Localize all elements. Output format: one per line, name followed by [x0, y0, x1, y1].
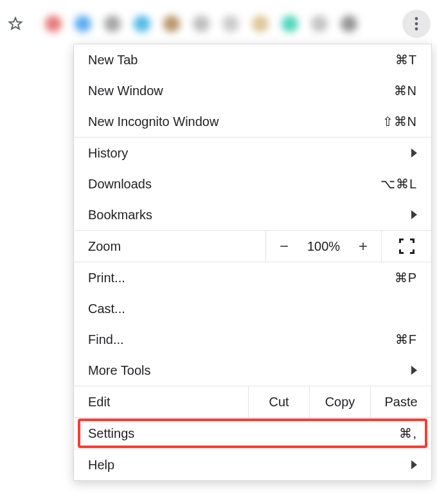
menu-item-label: Bookmarks	[88, 208, 152, 222]
menu-item-bookmarks[interactable]: Bookmarks	[74, 199, 431, 230]
zoom-in-button[interactable]: +	[355, 237, 371, 255]
submenu-arrow-icon	[411, 460, 417, 469]
edit-cut-button[interactable]: Cut	[248, 386, 309, 417]
extension-icon[interactable]	[134, 15, 150, 32]
menu-item-label: More Tools	[88, 363, 150, 378]
menu-item-downloads[interactable]: Downloads ⌥⌘L	[74, 168, 431, 199]
extension-icon[interactable]	[311, 15, 328, 32]
extension-icon[interactable]	[163, 15, 180, 32]
extension-icon[interactable]	[45, 15, 62, 32]
menu-item-label: New Tab	[88, 53, 138, 68]
menu-item-cast[interactable]: Cast...	[74, 293, 431, 324]
menu-item-label: Help	[88, 458, 114, 473]
menu-item-shortcut: ⌘N	[394, 83, 417, 98]
menu-item-shortcut: ⌘T	[395, 52, 417, 68]
menu-item-new-window[interactable]: New Window ⌘N	[74, 75, 431, 106]
svg-point-3	[415, 28, 418, 31]
menu-item-shortcut: ⌘F	[395, 332, 417, 347]
menu-item-new-incognito[interactable]: New Incognito Window ⇧⌘N	[74, 106, 431, 137]
menu-item-label: New Incognito Window	[88, 114, 219, 129]
menu-item-new-tab[interactable]: New Tab ⌘T	[74, 44, 431, 75]
menu-item-find[interactable]: Find... ⌘F	[74, 324, 431, 355]
extension-icon[interactable]	[193, 15, 210, 32]
menu-item-label: Cast...	[88, 302, 125, 316]
menu-item-label: New Window	[88, 84, 163, 98]
zoom-value: 100%	[307, 239, 340, 254]
extension-icon[interactable]	[281, 15, 298, 32]
edit-copy-button[interactable]: Copy	[309, 386, 370, 417]
menu-item-label: Print...	[88, 271, 125, 285]
menu-item-label: History	[88, 146, 128, 161]
fullscreen-button[interactable]	[381, 231, 431, 262]
submenu-arrow-icon	[411, 148, 417, 158]
extension-icon[interactable]	[222, 15, 239, 32]
menu-item-history[interactable]: History	[74, 138, 431, 168]
bookmark-star-icon[interactable]	[6, 15, 24, 33]
menu-item-help[interactable]: Help	[74, 449, 431, 480]
edit-paste-button[interactable]: Paste	[370, 386, 431, 417]
menu-item-label: Downloads	[88, 177, 152, 192]
zoom-out-button[interactable]: −	[276, 237, 292, 255]
zoom-label: Zoom	[74, 231, 265, 262]
submenu-arrow-icon	[411, 210, 417, 219]
extension-icon[interactable]	[252, 15, 269, 32]
menu-item-more-tools[interactable]: More Tools	[74, 355, 431, 386]
menu-item-shortcut: ⌘,	[399, 426, 417, 441]
extension-icon[interactable]	[341, 15, 357, 32]
extension-icons-blurred	[32, 11, 395, 37]
fullscreen-icon	[400, 240, 413, 253]
menu-edit-row: Edit Cut Copy Paste	[74, 386, 431, 418]
more-menu-button[interactable]	[402, 10, 431, 38]
svg-point-2	[415, 22, 418, 26]
menu-zoom-row: Zoom − 100% +	[74, 230, 431, 262]
extension-icon[interactable]	[75, 15, 91, 32]
chrome-main-menu: New Tab ⌘T New Window ⌘N New Incognito W…	[73, 44, 432, 481]
submenu-arrow-icon	[411, 366, 417, 375]
menu-item-shortcut: ⌥⌘L	[380, 176, 417, 192]
menu-item-label: Find...	[88, 332, 124, 347]
browser-toolbar	[0, 6, 437, 41]
menu-item-shortcut: ⌘P	[395, 270, 417, 285]
menu-item-label: Settings	[88, 426, 134, 441]
zoom-controls: − 100% +	[265, 231, 381, 262]
menu-item-shortcut: ⇧⌘N	[382, 114, 417, 129]
svg-marker-0	[10, 18, 22, 29]
extension-icon[interactable]	[104, 15, 121, 32]
menu-item-settings[interactable]: Settings ⌘,	[74, 418, 431, 449]
edit-label: Edit	[74, 386, 248, 417]
svg-point-1	[415, 17, 418, 21]
menu-item-print[interactable]: Print... ⌘P	[74, 262, 431, 293]
